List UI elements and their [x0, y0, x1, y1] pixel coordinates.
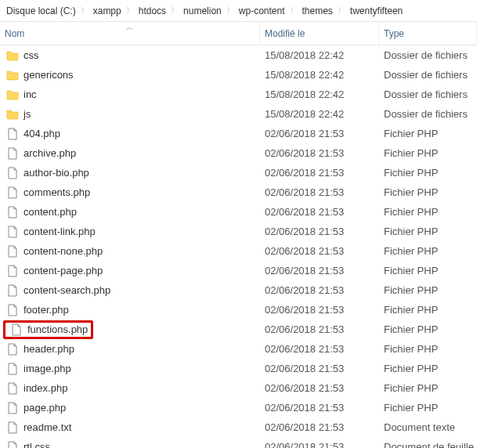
- breadcrumb-segment[interactable]: wp-content: [236, 5, 288, 16]
- cell-name: author-bio.php: [0, 167, 260, 179]
- cell-name: content-search.php: [0, 284, 260, 297]
- file-row[interactable]: index.php02/06/2018 21:53Fichier PHP: [0, 378, 477, 398]
- column-headers: Nom ︿ Modifié le Type: [0, 22, 477, 45]
- file-row[interactable]: footer.php02/06/2018 21:53Fichier PHP: [0, 300, 477, 320]
- cell-name: content.php: [0, 206, 260, 219]
- cell-name: inc: [0, 89, 260, 101]
- cell-modified: 02/06/2018 21:53: [260, 245, 379, 257]
- cell-name: header.php: [0, 343, 260, 356]
- file-row[interactable]: readme.txt02/06/2018 21:53Document texte: [0, 417, 477, 437]
- file-name: index.php: [23, 382, 67, 394]
- breadcrumb[interactable]: Disque local (C:)〉xampp〉htdocs〉numelion〉…: [0, 0, 477, 22]
- php-file-icon: [6, 343, 19, 356]
- file-row[interactable]: header.php02/06/2018 21:53Fichier PHP: [0, 339, 477, 359]
- cell-modified: 02/06/2018 21:53: [260, 382, 379, 394]
- cell-modified: 15/08/2018 22:42: [260, 69, 379, 81]
- file-row[interactable]: image.php02/06/2018 21:53Fichier PHP: [0, 359, 477, 378]
- cell-type: Dossier de fichiers: [379, 108, 477, 120]
- file-list: css15/08/2018 22:42Dossier de fichiersge…: [0, 45, 477, 448]
- breadcrumb-segment[interactable]: numelion: [180, 5, 225, 16]
- php-file-icon: [6, 265, 19, 277]
- breadcrumb-segment[interactable]: themes: [299, 5, 336, 16]
- file-row[interactable]: content-search.php02/06/2018 21:53Fichie…: [0, 280, 477, 300]
- header-modified[interactable]: Modifié le: [260, 22, 379, 45]
- file-name: content-none.php: [23, 245, 103, 257]
- cell-type: Fichier PHP: [379, 245, 477, 257]
- file-row[interactable]: content-link.php02/06/2018 21:53Fichier …: [0, 222, 477, 241]
- cell-type: Document texte: [379, 421, 477, 433]
- file-name: content-search.php: [23, 284, 110, 296]
- file-name: image.php: [23, 363, 71, 374]
- cell-modified: 15/08/2018 22:42: [260, 49, 379, 61]
- folder-icon: [6, 89, 19, 101]
- breadcrumb-segment[interactable]: htdocs: [136, 5, 169, 16]
- header-name-label: Nom: [5, 28, 24, 39]
- chevron-right-icon: 〉: [226, 5, 234, 16]
- cell-modified: 02/06/2018 21:53: [260, 304, 379, 316]
- header-type-label: Type: [384, 28, 404, 39]
- file-row[interactable]: functions.php02/06/2018 21:53Fichier PHP: [0, 320, 477, 339]
- file-row[interactable]: page.php02/06/2018 21:53Fichier PHP: [0, 398, 477, 417]
- cell-name: page.php: [0, 402, 260, 414]
- cell-name: readme.txt: [0, 421, 260, 434]
- cell-type: Dossier de fichiers: [379, 89, 477, 100]
- file-row[interactable]: content-none.php02/06/2018 21:53Fichier …: [0, 241, 477, 261]
- php-file-icon: [6, 226, 19, 238]
- file-name: css: [23, 49, 39, 61]
- php-file-icon: [6, 128, 19, 140]
- file-row[interactable]: content.php02/06/2018 21:53Fichier PHP: [0, 202, 477, 222]
- chevron-right-icon: 〉: [338, 5, 345, 16]
- cell-type: Dossier de fichiers: [379, 69, 477, 81]
- cell-modified: 02/06/2018 21:53: [260, 402, 379, 414]
- folder-icon: [6, 108, 19, 121]
- breadcrumb-segment[interactable]: Disque local (C:): [3, 5, 79, 16]
- file-row[interactable]: comments.php02/06/2018 21:53Fichier PHP: [0, 182, 477, 202]
- cell-name: content-none.php: [0, 245, 260, 258]
- breadcrumb-segment[interactable]: xampp: [90, 5, 125, 16]
- file-name: inc: [23, 89, 37, 100]
- file-row[interactable]: genericons15/08/2018 22:42Dossier de fic…: [0, 65, 477, 85]
- cell-type: Fichier PHP: [379, 226, 477, 237]
- cell-type: Fichier PHP: [379, 206, 477, 218]
- cell-modified: 02/06/2018 21:53: [260, 128, 379, 139]
- file-name: js: [23, 108, 31, 120]
- cell-type: Fichier PHP: [379, 284, 477, 296]
- file-row[interactable]: 404.php02/06/2018 21:53Fichier PHP: [0, 124, 477, 143]
- header-modified-label: Modifié le: [265, 28, 305, 39]
- cell-type: Fichier PHP: [379, 343, 477, 355]
- header-type[interactable]: Type: [379, 22, 477, 45]
- cell-name: comments.php: [0, 186, 260, 199]
- cell-type: Fichier PHP: [379, 147, 477, 159]
- file-row[interactable]: js15/08/2018 22:42Dossier de fichiers: [0, 104, 477, 124]
- highlight-box: functions.php: [3, 320, 93, 339]
- sort-ascending-icon: ︿: [126, 23, 133, 33]
- php-file-icon: [6, 363, 19, 375]
- cell-modified: 02/06/2018 21:53: [260, 343, 379, 355]
- cell-modified: 02/06/2018 21:53: [260, 441, 379, 448]
- breadcrumb-segment[interactable]: twentyfifteen: [347, 5, 406, 16]
- php-file-icon: [6, 284, 19, 297]
- cell-name: css: [0, 49, 260, 62]
- cell-name: footer.php: [0, 304, 260, 316]
- file-row[interactable]: inc15/08/2018 22:42Dossier de fichiers: [0, 85, 477, 104]
- cell-name: content-link.php: [0, 226, 260, 238]
- file-name: archive.php: [23, 147, 76, 159]
- cell-modified: 02/06/2018 21:53: [260, 323, 379, 335]
- file-row[interactable]: rtl.css02/06/2018 21:53Document de feuil…: [0, 437, 477, 448]
- folder-icon: [6, 49, 19, 62]
- php-file-icon: [6, 382, 19, 395]
- header-name[interactable]: Nom ︿: [0, 22, 260, 45]
- cell-type: Fichier PHP: [379, 363, 477, 374]
- file-name: footer.php: [23, 304, 69, 316]
- cell-type: Fichier PHP: [379, 186, 477, 198]
- cell-type: Fichier PHP: [379, 128, 477, 139]
- file-row[interactable]: content-page.php02/06/2018 21:53Fichier …: [0, 261, 477, 280]
- cell-name: 404.php: [0, 128, 260, 140]
- file-row[interactable]: archive.php02/06/2018 21:53Fichier PHP: [0, 143, 477, 163]
- cell-modified: 02/06/2018 21:53: [260, 363, 379, 374]
- file-row[interactable]: css15/08/2018 22:42Dossier de fichiers: [0, 45, 477, 65]
- file-name: author-bio.php: [23, 167, 89, 179]
- cell-name: index.php: [0, 382, 260, 395]
- file-row[interactable]: author-bio.php02/06/2018 21:53Fichier PH…: [0, 163, 477, 182]
- cell-modified: 02/06/2018 21:53: [260, 147, 379, 159]
